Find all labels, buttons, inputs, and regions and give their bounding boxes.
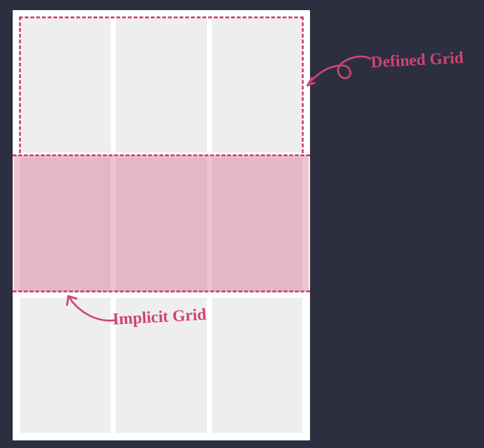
label-defined-grid: Defined Grid <box>370 48 464 72</box>
implicit-grid-overlay <box>14 155 309 292</box>
grid-cell <box>20 18 111 152</box>
grid-cell <box>212 18 302 152</box>
grid-cell <box>212 298 302 433</box>
arrow-defined-icon <box>304 54 380 98</box>
grid-container <box>13 10 310 440</box>
grid-cell <box>116 18 206 152</box>
